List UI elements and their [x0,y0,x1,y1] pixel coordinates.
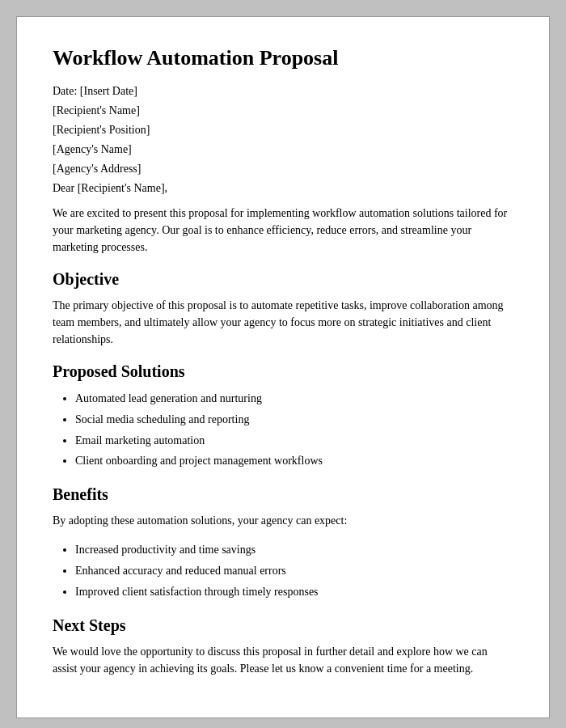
meta-agency-name: [Agency's Name] [53,143,513,156]
meta-recipient-position: [Recipient's Position] [53,124,513,137]
bullet-item-1-1: Social media scheduling and reporting [75,410,513,430]
bullet-item-1-0: Automated lead generation and nurturing [75,389,513,408]
section-paragraph-2: By adopting these automation solutions, … [53,512,513,529]
section-heading-1: Proposed Solutions [53,362,513,381]
greeting-line: Dear [Recipient's Name], [53,182,513,195]
document-title: Workflow Automation Proposal [53,46,513,70]
meta-agency-address: [Agency's Address] [53,163,513,176]
bullet-item-2-1: Enhanced accuracy and reduced manual err… [75,561,513,581]
document: Workflow Automation Proposal Date: [Inse… [16,16,550,718]
section-heading-0: Objective [53,270,513,289]
meta-recipient-name: [Recipient's Name] [53,104,513,117]
section-bullets-1: Automated lead generation and nurturingS… [75,389,513,471]
bullet-item-1-2: Email marketing automation [75,431,513,451]
section-heading-2: Benefits [53,485,513,504]
meta-date: Date: [Insert Date] [53,85,513,98]
section-bullets-2: Increased productivity and time savingsE… [75,540,513,601]
section-paragraph-0: The primary objective of this proposal i… [53,297,513,348]
bullet-item-1-3: Client onboarding and project management… [75,451,513,471]
section-paragraph-3: We would love the opportunity to discuss… [53,643,513,677]
bullet-item-2-0: Increased productivity and time savings [75,540,513,560]
bullet-item-2-2: Improved client satisfaction through tim… [75,582,513,602]
intro-paragraph: We are excited to present this proposal … [53,205,513,256]
section-heading-3: Next Steps [53,616,513,635]
sections-container: ObjectiveThe primary objective of this p… [53,270,513,677]
